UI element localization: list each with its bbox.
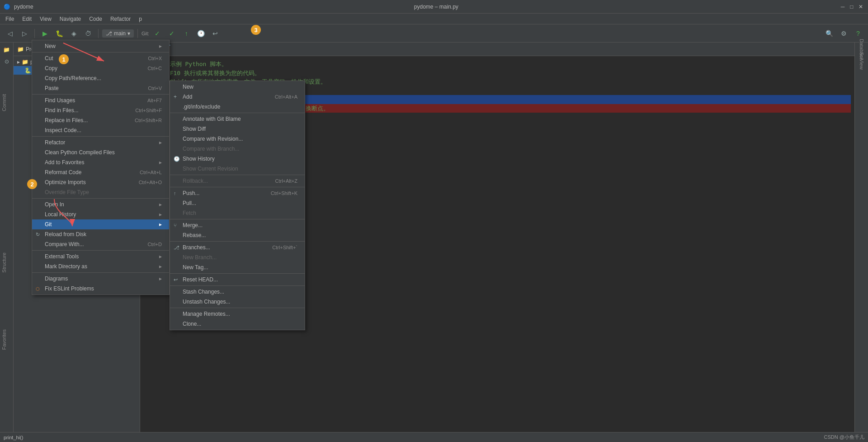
tab-title: pydome – main.py [414,4,458,10]
ctx-refactor-arrow: ▸ [159,139,162,146]
git-annotate-blame[interactable]: Annotate with Git Blame [170,114,305,124]
ctx-override-file: Override File Type [32,187,169,197]
toolbar-sep-1 [34,29,35,38]
toolbar-git-undo[interactable]: ↩ [209,27,222,40]
ctx-find-usages[interactable]: Find Usages Alt+F7 [32,95,169,105]
ctx-favorites-arrow: ▸ [159,159,162,166]
minimize-button[interactable]: ─ [839,3,846,10]
toolbar-settings-btn[interactable]: ⚙ [837,27,850,40]
menu-navigate[interactable]: Navigate [56,15,85,23]
git-push[interactable]: ↑ Push... Ctrl+Shift+K [170,188,305,198]
toolbar-branch[interactable]: ⎇ main ▾ [102,29,134,38]
ctx-mark-dir-arrow: ▸ [159,263,162,270]
branch-dropdown-icon: ▾ [127,30,130,37]
toolbar-profile-btn[interactable]: ⏱ [82,27,94,40]
status-bar: print_hi() CSDN @小鱼千儿 [0,432,868,442]
ctx-optimize-imports[interactable]: Optimize Imports Ctrl+Alt+O [32,177,169,187]
right-scview-icon[interactable]: SciView [856,55,867,66]
tree-expand-icon: ▸ [17,59,20,65]
git-reset-head[interactable]: ↩ Reset HEAD... [170,275,305,285]
git-clone[interactable]: Clone... [170,319,305,329]
toolbar-run-btn[interactable]: ▶ [38,27,51,40]
git-add[interactable]: + Add Ctrl+Alt+A [170,92,305,102]
git-compare-revision[interactable]: Compare with Revision... [170,134,305,144]
maximize-button[interactable]: □ [848,3,855,10]
ctx-diagrams-arrow: ▸ [159,276,162,282]
git-show-history[interactable]: 🕐 Show History [170,154,305,164]
ctx-reformat[interactable]: Reformat Code Ctrl+Alt+L [32,167,169,177]
toolbar-git-check1[interactable]: ✓ [151,27,164,40]
ctx-cut[interactable]: Cut Ctrl+X [32,53,169,63]
toolbar-git-push[interactable]: ↑ [180,27,193,40]
badge-3: 3 [251,25,261,35]
ctx-local-history[interactable]: Local History ▸ [32,209,169,219]
menu-p[interactable]: p [135,15,146,23]
ctx-replace-files[interactable]: Replace in Files... Ctrl+Shift+R [32,115,169,125]
ctx-clean-compiled[interactable]: Clean Python Compiled Files [32,147,169,157]
code-text: # F10 执行或将其替换为您的代码。 [163,69,260,78]
ctx-find-files[interactable]: Find in Files... Ctrl+Shift+F [32,105,169,115]
menu-refactor[interactable]: Refactor [107,15,134,23]
ctx-refactor[interactable]: Refactor ▸ [32,138,169,147]
toolbar-git-check2[interactable]: ✓ [165,27,178,40]
toolbar-back-btn[interactable]: ◁ [4,27,16,40]
toolbar-sep-3 [137,29,138,38]
git-merge[interactable]: ⑂ Merge... [170,220,305,230]
ctx-new[interactable]: New ▸ [32,41,169,51]
git-rebase[interactable]: Rebase... [170,230,305,240]
code-line-3: # F10 执行或将其替换为您的代码。 [144,69,851,78]
git-label: Git: [142,31,149,36]
git-commit-dir[interactable]: New [170,82,305,92]
tree-file-icon: 🐍 [24,67,31,74]
favorites-label: Favorites [0,326,9,353]
favorites-sidebar[interactable]: Favorites [0,326,8,353]
ctx-external-tools[interactable]: External Tools ▸ [32,252,169,261]
ctx-diagrams[interactable]: Diagrams ▸ [32,274,169,284]
title-bar-left: 🔵 pydome [4,4,33,10]
git-new-branch: New Branch... [170,252,305,262]
git-gitinfo-exclude[interactable]: .git/info/exclude [170,102,305,112]
structure-label: Structure [0,249,9,276]
window-controls[interactable]: ─ □ ✕ [839,3,864,10]
git-compare-branch: Compare with Branch... [170,144,305,154]
ctx-inspect-code[interactable]: Inspect Code... [32,125,169,135]
git-show-diff[interactable]: Show Diff [170,124,305,134]
menu-code[interactable]: Code [85,15,106,23]
git-new-tag[interactable]: New Tag... [170,262,305,272]
ctx-fix-eslint[interactable]: ⬡ Fix ESLint Problems [32,284,169,294]
ctx-compare-with[interactable]: Compare With... Ctrl+D [32,239,169,249]
toolbar-debug-btn[interactable]: 🐛 [53,27,66,40]
ctx-sep-4 [32,198,169,199]
ctx-copy[interactable]: Copy Ctrl+C [32,63,169,73]
ctx-mark-directory[interactable]: Mark Directory as ▸ [32,261,169,271]
ctx-reload-disk[interactable]: ↻ Reload from Disk [32,229,169,239]
structure-sidebar[interactable]: Structure [0,249,8,276]
git-submenu: New + Add Ctrl+Alt+A .git/info/exclude A… [170,81,305,330]
toolbar-search-btn[interactable]: 🔍 [823,27,835,40]
git-sep-6 [170,273,305,274]
git-unstash[interactable]: Unstash Changes... [170,297,305,307]
menu-edit[interactable]: Edit [19,15,35,23]
close-button[interactable]: ✕ [857,3,864,10]
ctx-git-arrow: ▸ [159,221,162,228]
menu-file[interactable]: File [2,15,18,23]
ctx-local-history-arrow: ▸ [159,211,162,218]
csdn-credit: CSDN @小鱼千儿 [824,434,864,440]
push-icon: ↑ [174,190,176,196]
git-fetch: Fetch [170,208,305,218]
git-stash[interactable]: Stash Changes... [170,287,305,297]
toolbar-coverage-btn[interactable]: ◈ [67,27,80,40]
git-manage-remotes[interactable]: Manage Remotes... [170,309,305,319]
ctx-add-favorites[interactable]: Add to Favorites ▸ [32,157,169,167]
toolbar-help-btn[interactable]: ? [852,27,864,40]
git-pull[interactable]: Pull... [170,198,305,208]
toolbar-forward-btn[interactable]: ▷ [18,27,31,40]
menu-view[interactable]: View [36,15,55,23]
git-branches[interactable]: ⎇ Branches... Ctrl+Shift+` [170,242,305,252]
toolbar-git-clock[interactable]: 🕐 [194,27,207,40]
ctx-sep-3 [32,136,169,137]
ctx-paste[interactable]: Paste Ctrl+V [32,83,169,93]
ctx-open-in[interactable]: Open In ▸ [32,200,169,209]
ctx-copy-path[interactable]: Copy Path/Reference... [32,73,169,83]
ctx-git[interactable]: Git ▸ [32,219,169,229]
